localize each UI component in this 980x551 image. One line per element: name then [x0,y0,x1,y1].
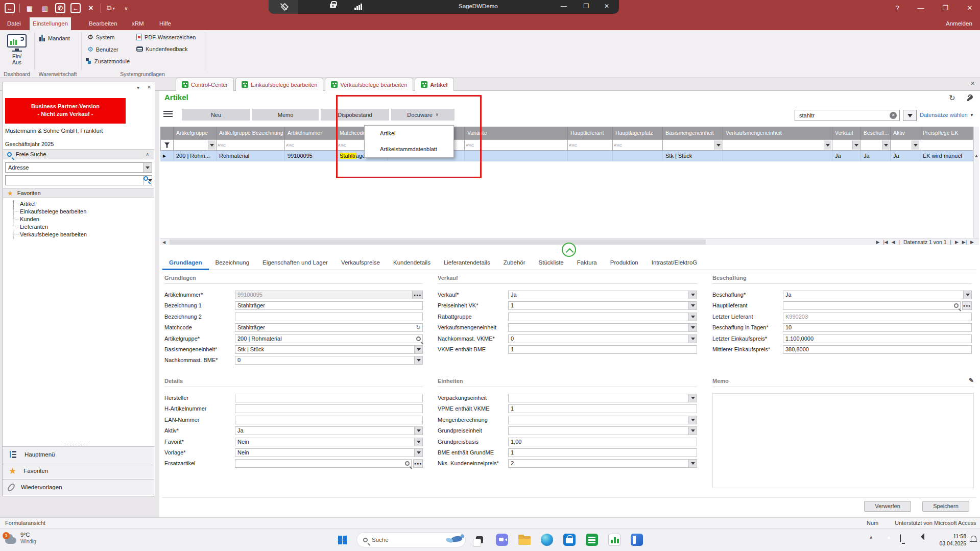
filter-cell[interactable]: A%C [285,139,337,151]
field-input[interactable] [235,404,423,413]
detail-tab-intrastat-elektrog[interactable]: Intrastat/ElektroG [645,256,704,270]
chevron-down-icon[interactable] [688,460,697,467]
grid-search-input[interactable]: stahltr ✕ [795,110,900,121]
detail-tab-eigenschaften-und-lager[interactable]: Eigenschaften und Lager [256,256,334,270]
chevron-down-icon[interactable] [824,140,831,150]
field-control[interactable]: 1 [508,345,697,354]
chevron-down-icon[interactable] [414,427,422,435]
taskbar-search[interactable]: Suche [356,532,466,547]
chevron-down-icon[interactable] [912,140,919,150]
cell-Preispflege EK[interactable]: EK wird manuel [920,151,973,161]
memo-textarea[interactable] [712,393,974,488]
help-button[interactable]: ? [890,4,905,12]
field-input[interactable]: Ja [783,291,972,299]
field-input[interactable]: 1.100,0000 [783,334,972,343]
sidebar-search-button[interactable] [143,176,152,185]
ellipsis-button[interactable]: ●●● [962,301,972,310]
field-input[interactable] [235,416,423,424]
field-control[interactable]: Ja [508,291,697,299]
sidebar-item-hauptmenu[interactable]: Hauptmenü [3,446,154,462]
favorite-item-artikel[interactable]: Artikel [14,200,87,208]
cell-Hauptlieferant[interactable] [568,151,613,161]
field-control[interactable]: 1.100,0000 [783,334,972,343]
tab-verkaufsbelege-bearbeiten[interactable]: Verkaufsbelege bearbeiten [325,78,413,91]
tabstrip-close-icon[interactable]: ✕ [970,80,975,87]
app-back-icon[interactable]: ← [4,3,15,14]
field-control[interactable]: 1 [508,404,697,413]
field-input[interactable]: Ja [235,426,423,435]
field-input[interactable]: 0 [508,334,697,343]
favorites-header[interactable]: ★ Favoriten [3,188,154,198]
search-icon[interactable] [952,302,960,309]
collapse-grid-button[interactable] [562,243,576,257]
nav-first-icon[interactable]: |◀ [883,239,888,245]
customize-icon[interactable]: ∨ [121,3,132,14]
filter-cell[interactable] [174,139,217,151]
column-header-Preispflege EK[interactable]: Preispflege EK [920,127,973,139]
field-control[interactable]: 1 [508,301,697,310]
sidebar-collapse-icon[interactable]: ▾ [137,85,139,90]
chevron-down-icon[interactable] [852,140,860,150]
restore-button[interactable]: ❐ [938,4,953,12]
field-control[interactable]: 1,00 [508,438,697,446]
search-icon[interactable] [414,335,422,343]
filter-cell[interactable] [891,139,920,151]
field-control[interactable]: Nein [235,448,423,457]
field-input[interactable]: 2 [508,459,697,468]
chevron-down-icon[interactable] [882,140,890,150]
chevron-down-icon[interactable] [963,291,971,299]
chevron-down-icon[interactable] [688,394,697,402]
detail-tab-faktura[interactable]: Faktura [570,256,604,270]
field-input[interactable]: 99100095●●● [235,291,423,299]
chevron-down-icon[interactable] [143,163,152,172]
field-control[interactable]: Ja [235,426,423,435]
cell-Artikelnummer[interactable]: 99100095 [285,151,337,161]
field-input[interactable]: 380,8000 [783,345,972,354]
filter-cell[interactable] [861,139,891,151]
cell-selector[interactable]: ▶ [160,151,174,161]
filter-cell[interactable]: A%C [217,139,285,151]
cell-Verkaufsmengeneinheit[interactable] [723,151,832,161]
field-input[interactable]: Stk | Stück [235,345,423,354]
filter-cell[interactable]: A%C [568,139,613,151]
filter-cell[interactable]: A%C [613,139,663,151]
cell-Variante[interactable] [465,151,568,161]
field-control[interactable]: 0 [508,334,697,343]
memo-button[interactable]: Memo [252,109,319,121]
field-control[interactable]: 2 [508,459,697,468]
cell-Hauptlagerplatz[interactable] [613,151,663,161]
neu-button[interactable]: Neu [182,109,250,121]
sidebar-item-favoriten[interactable]: ★ Favoriten [3,463,154,478]
field-input[interactable]: 1 [508,301,697,310]
sidebar-search-input[interactable] [5,175,152,185]
nav-last-icon[interactable]: ▶| [962,239,967,245]
field-input[interactable] [235,313,423,321]
task-view-button[interactable] [472,533,487,547]
hamburger-menu-icon[interactable] [163,111,173,118]
tab-control-center[interactable]: Control-Center [176,78,234,91]
cell-Verkauf[interactable]: Ja [832,151,861,161]
records-select-link[interactable]: Datensätze wählen [920,112,968,118]
sidebar-item-wiedervorlagen[interactable]: Wiedervorlagen [3,479,154,495]
field-input[interactable]: Nein [235,438,423,446]
ellipsis-button[interactable]: ●●● [413,459,423,468]
field-control[interactable] [235,394,423,402]
field-control[interactable] [508,416,697,424]
field-control[interactable] [508,323,697,332]
field-input[interactable]: 1 [508,448,697,457]
field-control[interactable] [508,426,697,435]
chevron-down-icon[interactable] [688,416,697,424]
field-control[interactable]: ●●● [783,301,972,310]
filter-cell[interactable] [832,139,861,151]
field-input[interactable] [235,394,423,402]
tray-expand-icon[interactable]: ∧ [869,535,873,540]
close-task-icon[interactable]: × [85,3,97,14]
close-button[interactable]: ✕ [962,4,977,12]
edge-button[interactable] [540,533,554,547]
column-header-Hauptlagerplatz[interactable]: Hauptlagerplatz [613,127,663,139]
column-header-Artikelnummer[interactable]: Artikelnummer [285,127,337,139]
free-search-header[interactable]: Freie Suche ∧ [3,149,154,159]
speichern-button[interactable]: Speichern [922,501,969,512]
grid-data-row[interactable]: ▶200 | Rohm...Rohmaterial99100095Stahltr… [160,151,973,161]
detail-tab-verkaufspreise[interactable]: Verkaufspreise [334,256,387,270]
